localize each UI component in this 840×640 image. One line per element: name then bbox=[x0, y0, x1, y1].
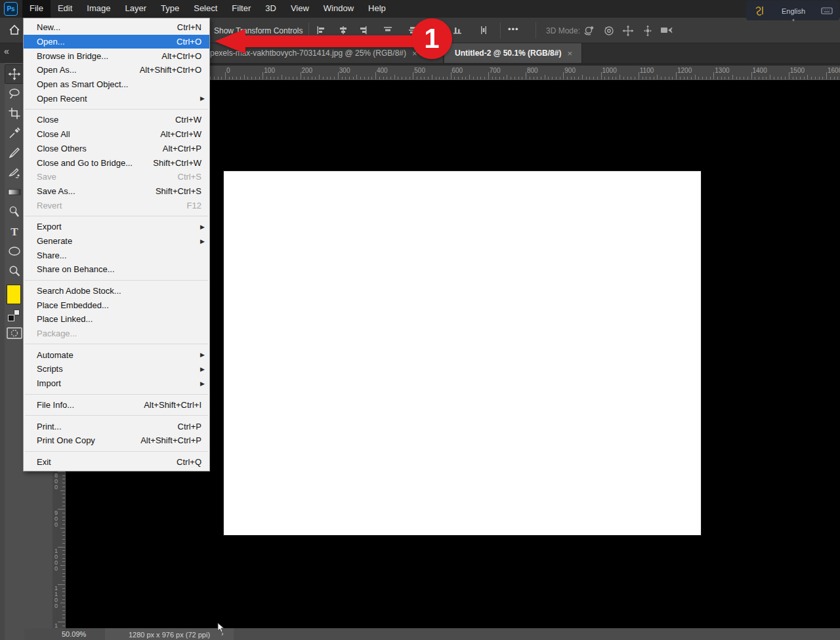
menu-item-scripts[interactable]: Scripts▶ bbox=[24, 362, 209, 376]
document-tab[interactable]: pexels-max-vakhtbovych-7031414.jpg @ 25%… bbox=[194, 43, 444, 63]
distribute-horizontal-icon[interactable] bbox=[478, 25, 489, 35]
ruler-tick bbox=[834, 77, 835, 79]
menu-item-place-linked[interactable]: Place Linked... bbox=[24, 312, 209, 327]
menu-item-new[interactable]: New...Ctrl+N bbox=[24, 20, 209, 35]
align-top-edges-icon[interactable] bbox=[383, 25, 393, 35]
menu-item-print[interactable]: Print...Ctrl+P bbox=[24, 419, 209, 433]
3d-orbit-icon[interactable] bbox=[583, 25, 596, 37]
crop-tool[interactable] bbox=[5, 104, 24, 123]
menu-item-revert[interactable]: RevertF12 bbox=[24, 198, 209, 212]
ruler-tick bbox=[293, 77, 293, 79]
menubar-item-window[interactable]: Window bbox=[316, 0, 361, 18]
document-tab-active[interactable]: Untitled-2 @ 50.1% (RGB/8#)× bbox=[444, 43, 582, 63]
ruler-tick bbox=[623, 77, 624, 79]
more-options-icon[interactable]: ••• bbox=[508, 24, 519, 34]
ruler-tick bbox=[781, 77, 782, 79]
align-left-edges-icon[interactable] bbox=[316, 25, 326, 35]
home-icon[interactable] bbox=[8, 24, 21, 37]
menu-item-exit[interactable]: ExitCtrl+Q bbox=[24, 455, 209, 470]
menu-item-browse-in-bridge[interactable]: Browse in Bridge...Alt+Ctrl+O bbox=[24, 49, 209, 63]
ellipse-tool[interactable] bbox=[5, 241, 24, 261]
menu-item-save[interactable]: SaveCtrl+S bbox=[24, 170, 209, 184]
distribute-vertical-icon[interactable] bbox=[452, 25, 463, 35]
dodge-tool[interactable] bbox=[5, 202, 24, 222]
ruler-tick bbox=[255, 77, 256, 79]
3d-roll-icon[interactable] bbox=[603, 25, 615, 37]
zoom-level-field[interactable]: 50.09% bbox=[62, 630, 86, 638]
language-label[interactable]: English bbox=[782, 7, 805, 15]
menubar-item-help[interactable]: Help bbox=[361, 0, 393, 18]
menu-item-close-all[interactable]: Close AllAlt+Ctrl+W bbox=[24, 127, 209, 142]
gradient-tool[interactable] bbox=[5, 182, 24, 202]
menu-item-automate[interactable]: Automate▶ bbox=[24, 348, 209, 362]
align-vertical-centers-icon[interactable] bbox=[408, 25, 418, 35]
brush-tool[interactable] bbox=[5, 143, 24, 163]
collapse-panels-icon[interactable]: « bbox=[4, 46, 9, 56]
ruler-tick bbox=[62, 573, 65, 574]
type-tool[interactable]: T bbox=[5, 222, 24, 241]
menu-item-close[interactable]: CloseCtrl+W bbox=[24, 113, 209, 127]
eyedropper-tool[interactable] bbox=[5, 123, 24, 143]
keyboard-icon[interactable] bbox=[821, 6, 833, 15]
menubar-item-edit[interactable]: Edit bbox=[51, 0, 79, 18]
3d-camera-icon[interactable] bbox=[660, 25, 673, 35]
3d-pan-icon[interactable] bbox=[622, 25, 634, 37]
menu-item-open-recent[interactable]: Open Recent▶ bbox=[24, 91, 209, 106]
lasso-tool[interactable] bbox=[5, 84, 24, 104]
tab-title: Untitled-2 @ 50.1% (RGB/8#) bbox=[455, 49, 561, 58]
menubar-item-type[interactable]: Type bbox=[154, 0, 186, 18]
menu-item-print-one-copy[interactable]: Print One CopyAlt+Shift+Ctrl+P bbox=[24, 433, 209, 448]
menu-item-open[interactable]: Open...Ctrl+O bbox=[24, 35, 209, 49]
mixer-brush-tool[interactable] bbox=[5, 163, 24, 182]
menu-item-share-on-behance[interactable]: Share on Behance... bbox=[24, 262, 209, 277]
move-tool[interactable] bbox=[5, 64, 24, 84]
ruler-tick bbox=[601, 72, 602, 79]
menubar: Ps FileEditImageLayerTypeSelectFilter3DV… bbox=[0, 0, 840, 18]
menu-item-file-info[interactable]: File Info...Alt+Shift+Ctrl+I bbox=[24, 398, 209, 412]
menubar-item-view[interactable]: View bbox=[284, 0, 316, 18]
ruler-tick bbox=[465, 77, 466, 79]
ruler-number: 600 bbox=[452, 67, 463, 74]
language-bar[interactable]: English ▼ bbox=[746, 1, 839, 20]
status-chevron-icon[interactable]: › bbox=[221, 630, 224, 637]
menu-item-export[interactable]: Export▶ bbox=[24, 220, 209, 234]
menu-separator bbox=[25, 394, 208, 395]
menu-item-open-as-smart-object[interactable]: Open as Smart Object... bbox=[24, 77, 209, 92]
menu-item-open-as[interactable]: Open As...Alt+Shift+Ctrl+O bbox=[24, 63, 209, 77]
tab-close-icon[interactable]: × bbox=[567, 49, 572, 58]
mixer-brush-tool-icon bbox=[8, 166, 21, 179]
menubar-item-3d[interactable]: 3D bbox=[258, 0, 284, 18]
menubar-item-file[interactable]: File bbox=[22, 0, 51, 18]
menubar-item-filter[interactable]: Filter bbox=[224, 0, 258, 18]
ruler-tick bbox=[327, 77, 327, 79]
menubar-item-layer[interactable]: Layer bbox=[118, 0, 154, 18]
align-right-edges-icon[interactable] bbox=[358, 25, 368, 35]
menubar-item-select[interactable]: Select bbox=[186, 0, 224, 18]
ruler-tick bbox=[534, 77, 534, 79]
ruler-tick bbox=[62, 517, 65, 517]
tab-close-icon[interactable]: × bbox=[412, 49, 417, 58]
menu-item-import[interactable]: Import▶ bbox=[24, 376, 209, 391]
foreground-color-swatch[interactable] bbox=[7, 285, 21, 304]
menu-item-label: Export bbox=[37, 222, 203, 231]
ruler-tick bbox=[62, 588, 65, 589]
menu-item-close-and-go-to-bridge[interactable]: Close and Go to Bridge...Shift+Ctrl+W bbox=[24, 155, 209, 170]
menu-item-place-embedded[interactable]: Place Embedded... bbox=[24, 298, 209, 312]
ruler-tick bbox=[62, 591, 65, 592]
menu-item-save-as[interactable]: Save As...Shift+Ctrl+S bbox=[24, 184, 209, 199]
ruler-tick bbox=[60, 603, 65, 603]
document-canvas[interactable] bbox=[224, 171, 701, 535]
menu-item-shortcut: F12 bbox=[187, 201, 203, 210]
quick-mask-mode-icon[interactable] bbox=[7, 327, 22, 340]
menu-item-share[interactable]: Share... bbox=[24, 248, 209, 262]
menu-item-close-others[interactable]: Close OthersAlt+Ctrl+P bbox=[24, 142, 209, 156]
menu-item-search-adobe-stock[interactable]: Search Adobe Stock... bbox=[24, 284, 209, 298]
menu-item-generate[interactable]: Generate▶ bbox=[24, 234, 209, 249]
menu-item-package[interactable]: Package... bbox=[24, 327, 209, 341]
align-horizontal-centers-icon[interactable] bbox=[338, 25, 348, 35]
menubar-item-image[interactable]: Image bbox=[79, 0, 117, 18]
3d-slide-icon[interactable] bbox=[642, 25, 654, 37]
zoom-tool[interactable] bbox=[5, 261, 24, 281]
swap-colors-icon[interactable] bbox=[8, 310, 20, 321]
show-transform-controls-label[interactable]: Show Transform Controls bbox=[214, 26, 303, 35]
